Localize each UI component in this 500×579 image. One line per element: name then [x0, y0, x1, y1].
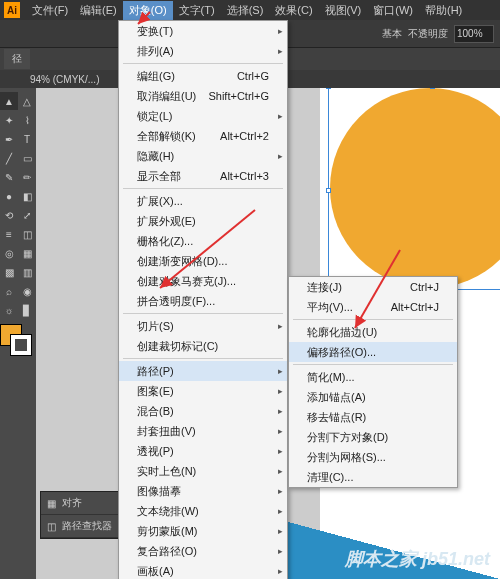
- object-menu-item[interactable]: 扩展(X)...: [119, 191, 287, 211]
- menu-item-label: 切片(S): [137, 318, 174, 334]
- menu-edit[interactable]: 编辑(E): [74, 1, 123, 20]
- object-menu-item[interactable]: 路径(P)▸: [119, 361, 287, 381]
- menu-item-label: 轮廓化描边(U): [307, 324, 377, 340]
- menu-item-label: 拼合透明度(F)...: [137, 293, 215, 309]
- shape-builder-tool[interactable]: ◎: [0, 244, 18, 262]
- menu-item-label: 清理(C)...: [307, 469, 353, 485]
- width-tool[interactable]: ≡: [0, 225, 18, 243]
- path-submenu-item[interactable]: 偏移路径(O)...: [289, 342, 457, 362]
- submenu-arrow-icon: ▸: [278, 23, 283, 39]
- object-menu-item[interactable]: 创建裁切标记(C): [119, 336, 287, 356]
- path-submenu-item[interactable]: 连接(J)Ctrl+J: [289, 277, 457, 297]
- object-menu-item[interactable]: 编组(G)Ctrl+G: [119, 66, 287, 86]
- submenu-arrow-icon: ▸: [278, 523, 283, 539]
- rectangle-tool[interactable]: ▭: [18, 149, 36, 167]
- menu-item-label: 扩展(X)...: [137, 193, 183, 209]
- menu-item-label: 移去锚点(R): [307, 409, 366, 425]
- document-tab[interactable]: 径: [4, 49, 30, 69]
- object-menu-item[interactable]: 实时上色(N)▸: [119, 461, 287, 481]
- path-submenu-item[interactable]: 清理(C)...: [289, 467, 457, 487]
- submenu-arrow-icon: ▸: [278, 383, 283, 399]
- menu-file[interactable]: 文件(F): [26, 1, 74, 20]
- object-menu-item[interactable]: 切片(S)▸: [119, 316, 287, 336]
- path-submenu-item[interactable]: 移去锚点(R): [289, 407, 457, 427]
- object-menu-item[interactable]: 图像描摹▸: [119, 481, 287, 501]
- blend-tool[interactable]: ◉: [18, 282, 36, 300]
- menu-item-label: 简化(M)...: [307, 369, 355, 385]
- free-transform-tool[interactable]: ◫: [18, 225, 36, 243]
- object-menu-item[interactable]: 全部解锁(K)Alt+Ctrl+2: [119, 126, 287, 146]
- stroke-swatch[interactable]: [10, 334, 32, 356]
- object-menu-item[interactable]: 显示全部Alt+Ctrl+3: [119, 166, 287, 186]
- menu-item-label: 创建对象马赛克(J)...: [137, 273, 236, 289]
- type-tool[interactable]: T: [18, 130, 36, 148]
- menu-view[interactable]: 视图(V): [319, 1, 368, 20]
- path-submenu-item[interactable]: 添加锚点(A): [289, 387, 457, 407]
- symbol-tool[interactable]: ☼: [0, 301, 18, 319]
- color-swatches[interactable]: [0, 324, 32, 356]
- object-menu-item[interactable]: 复合路径(O)▸: [119, 541, 287, 561]
- menu-shortcut: Ctrl+J: [410, 279, 439, 295]
- object-menu-item[interactable]: 扩展外观(E): [119, 211, 287, 231]
- object-menu-item[interactable]: 透视(P)▸: [119, 441, 287, 461]
- eyedropper-tool[interactable]: ⌕: [0, 282, 18, 300]
- path-submenu-item[interactable]: 分割下方对象(D): [289, 427, 457, 447]
- rotate-tool[interactable]: ⟲: [0, 206, 18, 224]
- menu-item-label: 图像描摹: [137, 483, 181, 499]
- line-tool[interactable]: ╱: [0, 149, 18, 167]
- path-submenu-item[interactable]: 平均(V)...Alt+Ctrl+J: [289, 297, 457, 317]
- submenu-arrow-icon: ▸: [278, 543, 283, 559]
- gradient-tool[interactable]: ▥: [18, 263, 36, 281]
- object-menu-item[interactable]: 创建对象马赛克(J)...: [119, 271, 287, 291]
- menu-select[interactable]: 选择(S): [221, 1, 270, 20]
- object-menu-item[interactable]: 变换(T)▸: [119, 21, 287, 41]
- object-menu-item[interactable]: 混合(B)▸: [119, 401, 287, 421]
- object-menu-item[interactable]: 锁定(L)▸: [119, 106, 287, 126]
- selection-tool[interactable]: ▲: [0, 92, 18, 110]
- object-menu-item[interactable]: 隐藏(H)▸: [119, 146, 287, 166]
- scale-tool[interactable]: ⤢: [18, 206, 36, 224]
- object-menu-item[interactable]: 拼合透明度(F)...: [119, 291, 287, 311]
- magic-wand-tool[interactable]: ✦: [0, 111, 18, 129]
- eraser-tool[interactable]: ◧: [18, 187, 36, 205]
- opacity-input[interactable]: [454, 25, 494, 43]
- perspective-tool[interactable]: ▦: [18, 244, 36, 262]
- object-menu-item[interactable]: 创建渐变网格(D)...: [119, 251, 287, 271]
- menu-item-label: 创建渐变网格(D)...: [137, 253, 227, 269]
- path-submenu-item[interactable]: 轮廓化描边(U): [289, 322, 457, 342]
- style-label: 基本: [382, 27, 402, 41]
- blob-tool[interactable]: ●: [0, 187, 18, 205]
- pencil-tool[interactable]: ✏: [18, 168, 36, 186]
- pen-tool[interactable]: ✒: [0, 130, 18, 148]
- object-menu-item[interactable]: 栅格化(Z)...: [119, 231, 287, 251]
- menu-object[interactable]: 对象(O): [123, 1, 173, 20]
- object-menu-item[interactable]: 取消编组(U)Shift+Ctrl+G: [119, 86, 287, 106]
- lasso-tool[interactable]: ⌇: [18, 111, 36, 129]
- menu-item-label: 排列(A): [137, 43, 174, 59]
- graph-tool[interactable]: ▊: [18, 301, 36, 319]
- mesh-tool[interactable]: ▩: [0, 263, 18, 281]
- object-menu-item[interactable]: 排列(A)▸: [119, 41, 287, 61]
- submenu-arrow-icon: ▸: [278, 403, 283, 419]
- object-menu-item[interactable]: 封套扭曲(V)▸: [119, 421, 287, 441]
- menu-shortcut: Alt+Ctrl+2: [220, 128, 269, 144]
- menu-item-label: 图案(E): [137, 383, 174, 399]
- menu-window[interactable]: 窗口(W): [367, 1, 419, 20]
- object-menu-item[interactable]: 文本绕排(W)▸: [119, 501, 287, 521]
- menu-help[interactable]: 帮助(H): [419, 1, 468, 20]
- object-menu-item[interactable]: 剪切蒙版(M)▸: [119, 521, 287, 541]
- object-menu-item[interactable]: 画板(A)▸: [119, 561, 287, 579]
- menu-item-label: 分割下方对象(D): [307, 429, 388, 445]
- path-submenu-item[interactable]: 简化(M)...: [289, 367, 457, 387]
- menu-type[interactable]: 文字(T): [173, 1, 221, 20]
- menu-item-label: 隐藏(H): [137, 148, 174, 164]
- menu-shortcut: Alt+Ctrl+3: [220, 168, 269, 184]
- menu-shortcut: Ctrl+G: [237, 68, 269, 84]
- object-menu-item[interactable]: 图案(E)▸: [119, 381, 287, 401]
- object-menu-separator: [123, 188, 283, 189]
- menu-effect[interactable]: 效果(C): [269, 1, 318, 20]
- path-submenu-item[interactable]: 分割为网格(S)...: [289, 447, 457, 467]
- menu-item-label: 画板(A): [137, 563, 174, 579]
- direct-selection-tool[interactable]: △: [18, 92, 36, 110]
- brush-tool[interactable]: ✎: [0, 168, 18, 186]
